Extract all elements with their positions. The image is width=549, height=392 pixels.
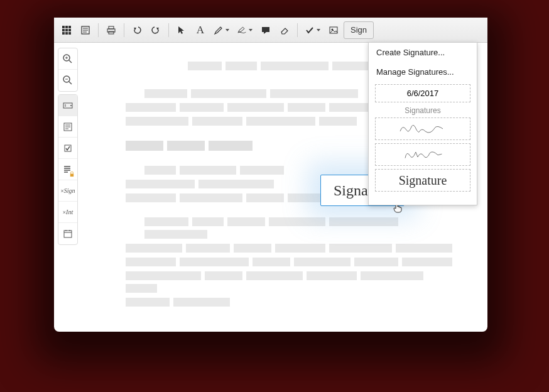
signature-option-3[interactable]: Signature (375, 169, 470, 192)
signature-tool-icon[interactable]: ×Sign (58, 180, 77, 202)
checkbox-tool-icon[interactable] (58, 138, 77, 159)
svg-line-28 (69, 82, 72, 84)
signatures-section-label: Signatures (375, 106, 470, 115)
svg-rect-5 (68, 29, 71, 31)
svg-line-24 (69, 60, 72, 63)
dropdown-section: 6/6/2017 Signatures Signature (369, 82, 477, 200)
print-icon[interactable] (102, 21, 120, 39)
signature-option-1[interactable] (375, 117, 470, 140)
zoom-out-icon[interactable] (58, 70, 77, 91)
svg-marker-18 (178, 26, 184, 34)
svg-rect-6 (62, 32, 65, 35)
svg-point-32 (70, 105, 72, 106)
sign-dropdown: Create Signature... Manage Signatures...… (368, 42, 477, 205)
image-icon[interactable] (325, 21, 342, 39)
zoom-group (58, 48, 78, 92)
toolbar-separator (168, 23, 169, 37)
main-toolbar: A Sign (54, 18, 487, 43)
toolbar-separator (297, 23, 298, 37)
pointer-icon[interactable] (173, 21, 190, 39)
toolbar-separator (124, 23, 124, 37)
svg-marker-20 (264, 32, 266, 34)
form-lock-tool-icon[interactable] (58, 159, 77, 180)
initials-tool-icon[interactable]: ×Int (58, 202, 77, 223)
signature-option-2[interactable] (375, 143, 470, 166)
tools-group: ×Sign ×Int (58, 94, 78, 245)
svg-rect-37 (65, 145, 71, 151)
svg-rect-0 (62, 26, 65, 28)
undo-icon[interactable] (128, 21, 146, 39)
svg-rect-4 (65, 29, 68, 31)
date-stamp-option[interactable]: 6/6/2017 (375, 84, 470, 102)
thumbnails-icon[interactable] (58, 21, 75, 39)
page-icon[interactable] (77, 21, 94, 39)
svg-rect-7 (65, 32, 68, 35)
manage-signatures-item[interactable]: Manage Signatures... (369, 62, 477, 82)
redo-icon[interactable] (147, 21, 165, 39)
highlighter-icon[interactable] (234, 21, 256, 39)
svg-rect-19 (262, 27, 269, 32)
paragraph-tool-icon[interactable] (58, 116, 77, 138)
svg-rect-8 (68, 32, 71, 35)
create-signature-item[interactable]: Create Signature... (369, 43, 477, 62)
svg-rect-43 (64, 231, 72, 237)
date-tool-icon[interactable] (58, 223, 77, 244)
zoom-in-icon[interactable] (58, 48, 77, 70)
eraser-icon[interactable] (276, 21, 293, 39)
svg-rect-2 (68, 26, 71, 28)
svg-rect-13 (109, 26, 114, 29)
svg-rect-42 (70, 174, 73, 177)
svg-rect-3 (62, 29, 65, 31)
chevron-down-icon (226, 29, 229, 31)
text-field-tool-icon[interactable] (58, 95, 77, 116)
checkmark-icon[interactable] (302, 21, 323, 39)
sign-button[interactable]: Sign (344, 21, 374, 39)
toolbar-separator (98, 23, 99, 37)
comment-icon[interactable] (257, 21, 274, 39)
chevron-down-icon (317, 29, 320, 31)
text-icon[interactable]: A (192, 21, 209, 39)
chevron-down-icon (249, 29, 253, 31)
left-sidebar: ×Sign ×Int (54, 43, 82, 332)
svg-rect-1 (65, 26, 68, 28)
app-window: A Sign Create Signature... Manage Signat… (54, 18, 487, 332)
sign-button-label: Sign (351, 25, 367, 35)
pen-icon[interactable] (210, 21, 232, 39)
